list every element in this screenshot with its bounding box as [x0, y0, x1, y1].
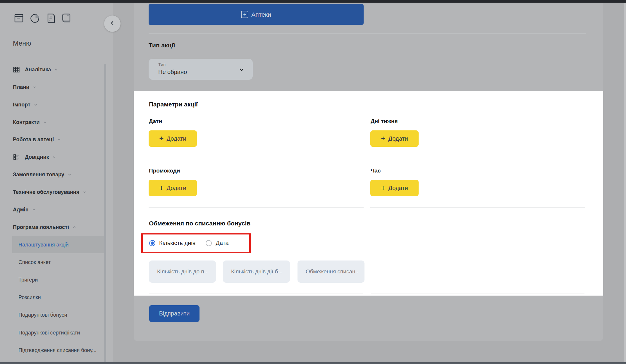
column-divider	[371, 294, 584, 294]
sidebar-item-analytics[interactable]: Аналітика	[13, 66, 58, 73]
plus-icon: +	[159, 184, 164, 192]
add-promocode-button[interactable]: + Додати	[149, 180, 197, 196]
sidebar-scrollbar[interactable]	[104, 64, 106, 362]
sidebar-item-label: Замовлення товару	[13, 172, 64, 178]
sidebar-subitem-mailings[interactable]: Розсилки	[18, 294, 41, 301]
pharmacies-button-label: Аптеки	[251, 11, 271, 18]
sidebar-item-pharmacy-work[interactable]: Робота в аптеці	[13, 136, 61, 143]
chevron-down-icon	[239, 67, 245, 74]
plus-icon: +	[381, 184, 385, 192]
column-divider	[149, 294, 363, 294]
chevron-up-icon	[72, 225, 76, 229]
page-scrollbar[interactable]	[624, 3, 626, 362]
promocodes-group-label: Промокоди	[149, 168, 180, 174]
writeoff-limit-input[interactable]	[297, 261, 364, 283]
plus-square-icon: +	[241, 11, 248, 18]
add-button-label: Додати	[167, 135, 186, 142]
sidebar-item-admin[interactable]: Адмін	[13, 206, 36, 213]
submit-button[interactable]: Відправити	[149, 305, 200, 322]
sidebar-subitem-gift-certificates[interactable]: Подарункові сертифікати	[18, 329, 80, 337]
bottom-chrome-bar	[0, 362, 626, 364]
chevron-down-icon	[32, 208, 36, 212]
sidebar-item-label: Технічне обслуговування	[13, 189, 79, 195]
plus-icon: +	[381, 134, 385, 142]
list-details-icon	[13, 153, 20, 161]
sidebar-collapse-button[interactable]	[104, 15, 121, 32]
section-divider	[149, 33, 586, 34]
column-divider	[370, 207, 585, 208]
sidebar-item-goods-order[interactable]: Замовлення товару	[13, 171, 72, 178]
select-value: Не обрано	[158, 69, 187, 75]
add-date-button[interactable]: + Додати	[149, 130, 197, 147]
sidebar-toolbar	[13, 12, 73, 26]
chevron-down-icon	[54, 68, 58, 72]
sidebar-title: Меню	[13, 39, 31, 47]
sidebar-item-contracts[interactable]: Контракти	[13, 118, 47, 126]
plus-icon: +	[159, 134, 164, 142]
sidebar-item-label: Довідник	[25, 154, 49, 160]
restriction-mode-highlight: Кількість днів Дата	[141, 233, 251, 253]
promo-type-heading: Тип акції	[149, 42, 175, 49]
radio-days-label: Кількість днів	[159, 240, 195, 246]
radio-days-option[interactable]: Кількість днів	[149, 240, 195, 246]
chevron-down-icon	[52, 155, 56, 159]
table-grid-icon	[13, 66, 20, 73]
days-until-writeoff-input[interactable]	[149, 261, 216, 283]
time-group-label: Час	[371, 168, 381, 174]
sidebar-item-label: Аналітика	[25, 67, 51, 73]
chevron-down-icon	[32, 85, 37, 89]
add-button-label: Додати	[388, 185, 408, 192]
chevron-down-icon	[43, 120, 47, 124]
chevron-down-icon	[57, 137, 61, 142]
bonus-restriction-heading: Обмеження по списанню бонусів	[149, 220, 250, 227]
sidebar-subitem-writeoff-confirmation[interactable]: Підтвердження списання бону...	[18, 346, 97, 354]
radio-unselected-icon	[206, 240, 212, 246]
column-divider	[149, 207, 364, 208]
sidebar-subitem-gift-bonuses[interactable]: Подарункові бонуси	[18, 311, 67, 319]
sidebar-item-loyalty-program[interactable]: Програма лояльності	[13, 223, 76, 231]
add-time-button[interactable]: + Додати	[370, 180, 419, 196]
pharmacies-button[interactable]: + Аптеки	[149, 4, 364, 25]
sidebar-item-maintenance[interactable]: Технічне обслуговування	[13, 188, 87, 196]
params-heading: Параметри акції	[149, 101, 198, 108]
chevron-left-icon	[109, 20, 115, 27]
sidebar-item-import[interactable]: Імпорт	[13, 101, 38, 108]
top-chrome-bar	[0, 0, 626, 3]
app-window: Меню Аналітика Плани Імпорт Контракти Ро…	[0, 0, 626, 364]
sidebar-item-directory[interactable]: Довідник	[13, 153, 56, 161]
promo-type-select[interactable]: Тип Не обрано	[149, 59, 253, 80]
sidebar: Меню Аналітика Плани Імпорт Контракти Ро…	[0, 3, 113, 362]
pie-chart-icon[interactable]	[29, 12, 42, 26]
submit-button-label: Відправити	[159, 310, 190, 317]
dates-group-label: Дати	[149, 118, 162, 125]
sidebar-subitem-promo-settings[interactable]: Налаштування акцій	[18, 241, 69, 249]
sidebar-item-label: Адмін	[13, 207, 29, 213]
sidebar-subitem-questionnaires[interactable]: Список анкет	[18, 258, 51, 266]
add-button-label: Додати	[388, 135, 408, 142]
sidebar-item-label: Плани	[13, 84, 29, 90]
archive-box-icon[interactable]	[13, 12, 25, 26]
chevron-down-icon	[82, 190, 87, 194]
sidebar-subitem-triggers[interactable]: Тригери	[18, 276, 38, 284]
sidebar-item-plans[interactable]: Плани	[13, 83, 37, 91]
weekdays-group-label: Дні тижня	[371, 118, 398, 125]
sidebar-item-label: Контракти	[13, 119, 40, 125]
document-icon[interactable]	[45, 12, 56, 26]
chevron-down-icon	[34, 103, 38, 107]
add-weekday-button[interactable]: + Додати	[370, 130, 419, 147]
select-label: Тип	[158, 62, 166, 67]
radio-selected-icon	[149, 240, 155, 246]
sidebar-item-label: Програма лояльності	[13, 224, 69, 230]
sidebar-item-label: Імпорт	[13, 102, 30, 108]
add-button-label: Додати	[167, 185, 186, 192]
column-divider	[149, 158, 364, 158]
bonus-validity-days-input[interactable]	[223, 261, 290, 283]
sidebar-item-label: Робота в аптеці	[13, 137, 54, 143]
chevron-down-icon	[68, 172, 72, 177]
radio-date-label: Дата	[216, 240, 228, 246]
book-icon[interactable]	[60, 12, 73, 26]
radio-date-option[interactable]: Дата	[206, 240, 228, 246]
column-divider	[370, 158, 585, 158]
